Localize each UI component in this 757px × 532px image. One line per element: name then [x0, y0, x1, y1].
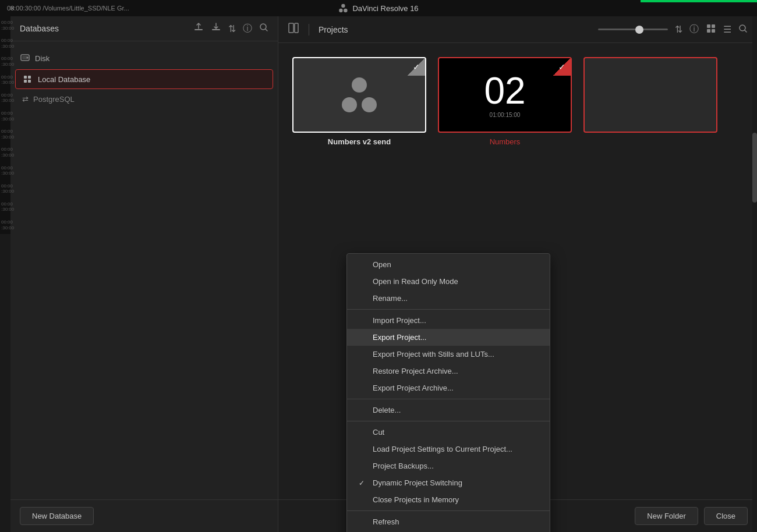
new-folder-button[interactable]: New Folder: [635, 507, 698, 525]
side-timecodes: 00:00:30:00 00:00:30:00 00:00:30:00 00:0…: [0, 16, 10, 234]
context-menu: OpenOpen in Read Only ModeRename...Impor…: [346, 253, 550, 532]
menu-label-export-project: Export Project...: [373, 333, 426, 342]
svg-point-0: [341, 4, 345, 8]
databases-header: Databases ⇅ ⓘ: [10, 16, 278, 41]
timecode-12: 00:00:30:00: [0, 216, 10, 234]
timecode-7: 00:00:30:00: [0, 125, 10, 143]
menu-label-rename: Rename...: [373, 294, 408, 303]
svg-rect-9: [289, 23, 293, 33]
project-name-numbers-v2: Numbers v2 send: [292, 137, 426, 146]
sort-icon[interactable]: ⇅: [228, 23, 236, 34]
arrow-icon: ⇄: [22, 95, 29, 104]
menu-item-close-memory[interactable]: Close Projects in Memory: [347, 491, 550, 508]
upload-icon[interactable]: [193, 22, 204, 35]
circle-top: [352, 77, 367, 93]
project-card-numbers-v2[interactable]: ✓ Numbers v2 send: [292, 57, 426, 146]
menu-item-import-project[interactable]: Import Project...: [347, 312, 550, 329]
project-thumbnail-numbers-v2: ✓: [292, 57, 426, 133]
selected-checkmark-red: ✓: [553, 58, 571, 76]
svg-rect-11: [707, 24, 710, 28]
search-icon[interactable]: [259, 23, 268, 34]
menu-item-restore-archive[interactable]: Restore Project Archive...: [347, 363, 550, 380]
right-scrollbar[interactable]: [752, 16, 757, 532]
project-card-numbers[interactable]: 02 01:00:15:00 ✓ Numbers: [438, 57, 572, 146]
menu-label-dynamic-switching: Dynamic Project Switching: [373, 478, 462, 487]
timecode-4: 00:00:30:00: [0, 71, 10, 89]
app-title: DaVinci Resolve 16: [338, 3, 418, 13]
local-database-label: Local Database: [38, 75, 90, 84]
menu-item-export-archive[interactable]: Export Project Archive...: [347, 380, 550, 396]
menu-item-export-project[interactable]: Export Project...: [347, 329, 550, 346]
projects-info-icon[interactable]: ⓘ: [689, 23, 699, 36]
svg-rect-14: [712, 29, 715, 33]
timecode-2: 00:00:30:00: [0, 34, 10, 52]
local-db-icon: [23, 75, 32, 84]
timecode-path: 00:00:30:00 /Volumes/Little_SSD/NLE Gr..…: [7, 5, 129, 12]
menu-separator-after-delete: [347, 421, 550, 421]
timecode-6: 00:00:30:00: [0, 107, 10, 125]
menu-item-cut[interactable]: Cut: [347, 424, 550, 441]
menu-label-close-memory: Close Projects in Memory: [373, 495, 459, 504]
timecode-3: 00:00:30:00: [0, 52, 10, 70]
databases-footer: New Database: [10, 499, 278, 532]
menu-item-open[interactable]: Open: [347, 256, 550, 273]
disk-header: Disk: [15, 48, 273, 68]
close-window-button[interactable]: ×: [7, 3, 17, 13]
resolve-logo-thumbnail: [342, 77, 377, 112]
menu-item-load-settings[interactable]: Load Project Settings to Current Project…: [347, 441, 550, 457]
zoom-slider-container: [598, 29, 668, 30]
svg-rect-4: [212, 29, 220, 30]
menu-label-export-stills-luts: Export Project with Stills and LUTs...: [373, 350, 494, 359]
info-icon[interactable]: ⓘ: [243, 23, 252, 35]
menu-label-project-backups: Project Backups...: [373, 462, 434, 470]
resolve-circles: [342, 77, 377, 112]
menu-check-dynamic-switching: ✓: [359, 479, 368, 487]
disk-label: Disk: [35, 54, 49, 63]
local-database-item[interactable]: Local Database: [15, 69, 273, 89]
menu-item-project-backups[interactable]: Project Backups...: [347, 457, 550, 474]
menu-separator-after-export-archive: [347, 399, 550, 399]
projects-sort-icon[interactable]: ⇅: [675, 24, 682, 35]
menu-separator-after-rename: [347, 309, 550, 310]
progress-bar: [641, 0, 757, 2]
project-card-third[interactable]: [583, 57, 717, 146]
menu-label-export-archive: Export Project Archive...: [373, 384, 454, 392]
new-database-button[interactable]: New Database: [20, 507, 94, 525]
zoom-slider[interactable]: [598, 29, 668, 30]
panel-toggle-icon[interactable]: [288, 22, 299, 37]
projects-grid-icon[interactable]: [706, 23, 716, 36]
postgresql-item[interactable]: ⇄ PostgreSQL: [15, 90, 273, 108]
timecode-1: 00:00:30:00: [0, 16, 10, 34]
timecode-11: 00:00:30:00: [0, 198, 10, 216]
menu-item-dynamic-switching[interactable]: ✓Dynamic Project Switching: [347, 474, 550, 491]
databases-content: Disk Local Database ⇄ PostgreSQL: [10, 41, 278, 499]
numbers-display: 02: [484, 72, 525, 109]
numbers-time-display: 01:00:15:00: [490, 112, 521, 118]
scrollbar-thumb[interactable]: [752, 133, 757, 203]
databases-panel: Databases ⇅ ⓘ: [10, 16, 278, 532]
resolve-logo-icon: [338, 3, 348, 13]
menu-item-export-stills-luts[interactable]: Export Project with Stills and LUTs...: [347, 346, 550, 363]
svg-point-1: [339, 9, 342, 12]
timecode-8: 00:00:30:00: [0, 143, 10, 161]
svg-point-8: [27, 57, 29, 59]
projects-list-icon[interactable]: ☰: [723, 24, 731, 35]
menu-label-restore-archive: Restore Project Archive...: [373, 367, 458, 375]
svg-rect-12: [712, 24, 715, 28]
download-icon[interactable]: [211, 22, 221, 35]
menu-item-delete[interactable]: Delete...: [347, 402, 550, 418]
svg-rect-13: [707, 29, 710, 33]
menu-label-refresh: Refresh: [373, 517, 399, 526]
menu-label-delete: Delete...: [373, 406, 401, 414]
close-button[interactable]: Close: [704, 507, 748, 525]
projects-header: Projects ⇅ ⓘ ☰: [278, 16, 757, 43]
menu-item-refresh[interactable]: Refresh: [347, 513, 550, 530]
menu-item-rename[interactable]: Rename...: [347, 290, 550, 307]
top-bar: × 00:00:30:00 /Volumes/Little_SSD/NLE Gr…: [0, 0, 757, 16]
menu-item-open-read-only[interactable]: Open in Read Only Mode: [347, 273, 550, 290]
menu-label-import-project: Import Project...: [373, 316, 426, 325]
circle-bottom-left: [342, 97, 357, 112]
projects-search-icon[interactable]: [738, 24, 748, 36]
menu-label-load-settings: Load Project Settings to Current Project…: [373, 445, 512, 453]
timecode-5: 00:00:30:00: [0, 89, 10, 107]
